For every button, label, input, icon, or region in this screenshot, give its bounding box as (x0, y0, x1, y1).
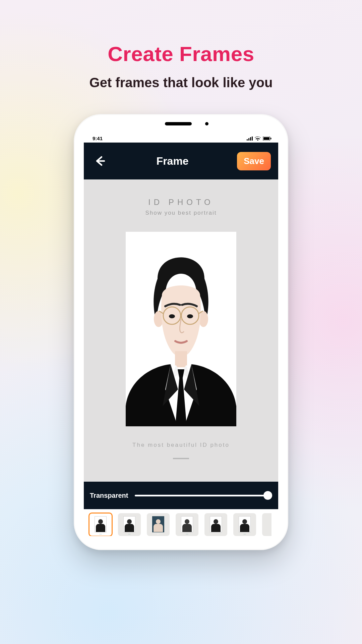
frame-thumbnail-strip[interactable]: — — — — — (84, 509, 278, 536)
page-title: Create Frames (0, 42, 362, 66)
frame-thumb-4[interactable]: — (176, 513, 198, 536)
slider-knob[interactable] (263, 491, 272, 500)
frame-thumb-2[interactable]: — (118, 513, 141, 536)
back-button[interactable] (91, 153, 108, 169)
page-subtitle: Get frames that look like you (0, 75, 362, 90)
app-screen: 9:41 Frame Save ID PHOTO Show you best p… (84, 133, 278, 536)
phone-mockup: 9:41 Frame Save ID PHOTO Show you best p… (74, 114, 288, 550)
caption-underline (173, 458, 189, 459)
screen-title: Frame (157, 155, 189, 167)
frame-canvas[interactable]: ID PHOTO Show you best portrait (84, 179, 278, 482)
app-header: Frame Save (84, 143, 278, 179)
svg-point-16 (169, 314, 175, 318)
svg-point-17 (187, 314, 193, 318)
frame-thumb-5[interactable] (204, 513, 227, 536)
status-time: 9:41 (93, 136, 103, 141)
svg-rect-3 (252, 137, 253, 141)
arrow-left-icon (93, 154, 106, 168)
slider-label: Transparent (90, 492, 128, 499)
signal-icon (247, 137, 253, 141)
save-button[interactable]: Save (237, 152, 271, 170)
id-photo-preview (126, 232, 236, 426)
svg-rect-2 (250, 137, 251, 141)
battery-icon (263, 137, 272, 141)
status-icons (247, 137, 272, 141)
frame-thumb-3[interactable]: — (147, 513, 170, 536)
transparency-slider-bar: Transparent (84, 482, 278, 509)
svg-rect-0 (247, 139, 248, 141)
phone-notch (74, 114, 288, 130)
frame-thumb-6[interactable]: — (233, 513, 256, 536)
transparency-slider[interactable] (135, 489, 272, 502)
svg-rect-1 (248, 138, 249, 141)
svg-rect-5 (263, 137, 269, 140)
frame-thumb-7[interactable] (262, 513, 272, 536)
frame-thumb-1[interactable]: — (89, 513, 112, 536)
wifi-icon (255, 137, 261, 141)
frame-header-sub: Show you best portrait (145, 210, 217, 216)
frame-header-label: ID PHOTO (148, 198, 214, 207)
frame-footer-caption: The most beautiful ID photo (132, 442, 230, 448)
status-bar: 9:41 (84, 133, 278, 143)
svg-rect-6 (270, 138, 272, 139)
svg-rect-10 (175, 351, 187, 367)
